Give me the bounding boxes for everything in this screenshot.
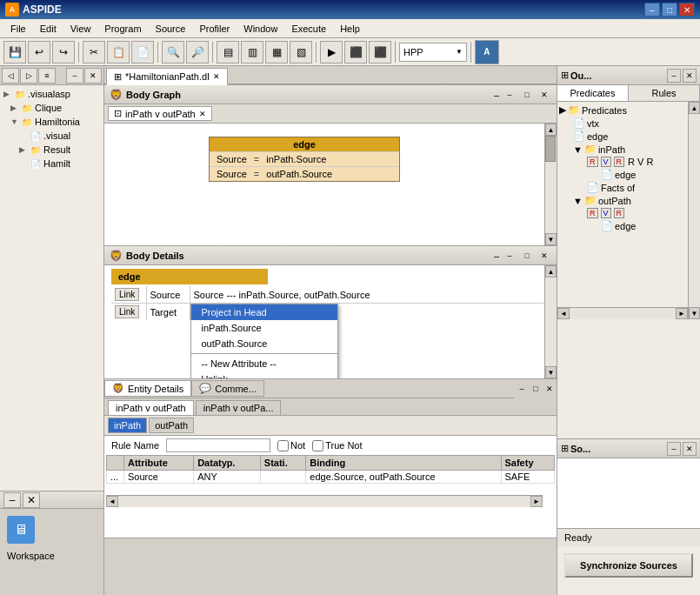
entity-inpath-outpath-tab2[interactable]: inPath v outPa... — [196, 400, 282, 415]
outline-minimize-btn[interactable]: – — [667, 69, 681, 83]
scroll-right-btn[interactable]: ► — [676, 308, 688, 319]
context-menu-item-new-attr[interactable]: -- New Attribute -- — [191, 356, 337, 371]
minimize-button[interactable]: – — [644, 3, 660, 17]
body-details-minimize-btn[interactable]: – — [503, 249, 517, 263]
scroll-down-btn[interactable]: ▼ — [545, 366, 557, 378]
toolbar-btn-6[interactable]: ⬛ — [369, 41, 391, 64]
rule-name-input[interactable] — [166, 438, 270, 452]
tree-item-hamilt[interactable]: 📄 Hamilt — [2, 157, 102, 170]
rp-tree-vtx[interactable]: 📄 vtx — [559, 117, 698, 130]
rp-tree-edge-inner[interactable]: 📄 edge — [559, 168, 698, 181]
zoom-in-button[interactable]: 🔎 — [186, 41, 209, 64]
rp-tree-outpath[interactable]: ▼ 📁 outPath — [559, 194, 698, 207]
source-close-btn[interactable]: ✕ — [683, 442, 697, 456]
menu-view[interactable]: View — [63, 19, 98, 37]
link-btn-target[interactable]: Link — [115, 305, 139, 318]
entity-details-close-btn[interactable]: ✕ — [543, 379, 557, 398]
aspide-logo-btn[interactable]: A — [475, 40, 499, 64]
predicates-tab[interactable]: Predicates — [557, 85, 629, 101]
menu-file[interactable]: File — [3, 19, 33, 37]
left-panel-btn-3[interactable]: ≡ — [38, 68, 56, 84]
true-not-checkbox[interactable] — [312, 440, 323, 451]
rp-tree-edge[interactable]: 📄 edge — [559, 130, 698, 143]
context-menu-item-outpath[interactable]: outPath.Source — [191, 336, 337, 351]
menu-window[interactable]: Window — [237, 19, 284, 37]
body-graph-resize-btn[interactable]: □ — [520, 88, 534, 102]
rp-tree-inpath[interactable]: ▼ 📁 inPath — [559, 143, 698, 156]
scroll-left-btn[interactable]: ◄ — [106, 496, 118, 507]
left-panel-minimize-btn[interactable]: – — [66, 68, 83, 84]
entity-scrollbar-h[interactable]: ◄ ► — [106, 495, 543, 507]
maximize-button[interactable]: □ — [662, 3, 677, 17]
run-button[interactable]: ▶ — [320, 41, 343, 64]
toolbar-btn-2[interactable]: ▥ — [241, 41, 263, 64]
scroll-right-btn[interactable]: ► — [530, 496, 543, 507]
outline-close-btn[interactable]: ✕ — [683, 69, 697, 83]
left-panel-btn-2[interactable]: ▷ — [20, 68, 37, 84]
search-button[interactable]: 🔍 — [162, 41, 184, 64]
scroll-down-btn[interactable]: ▼ — [689, 307, 700, 319]
scroll-up-btn[interactable]: ▲ — [545, 265, 557, 277]
comment-tab[interactable]: 💬 Comme... — [191, 380, 264, 397]
scroll-up-btn[interactable]: ▲ — [545, 124, 557, 136]
undo-button[interactable]: ↩ — [28, 41, 50, 64]
toolbar-btn-3[interactable]: ▦ — [265, 41, 288, 64]
not-checkbox[interactable] — [277, 440, 289, 451]
tree-item-clique[interactable]: ▶ 📁 Clique — [2, 101, 102, 115]
redo-button[interactable]: ↪ — [52, 41, 75, 64]
ws-btn-2[interactable]: ✕ — [23, 492, 40, 508]
entity-details-tab[interactable]: 🦁 Entity Details — [104, 380, 191, 397]
outline-scrollbar-h[interactable]: ◄ ► — [557, 307, 688, 319]
scroll-thumb[interactable] — [545, 136, 556, 162]
paste-button[interactable]: 📄 — [131, 41, 154, 64]
rules-tab[interactable]: Rules — [629, 85, 700, 101]
menu-program[interactable]: Program — [97, 19, 148, 37]
entity-details-resize-btn[interactable]: □ — [529, 379, 543, 398]
body-graph-minimize-btn[interactable]: – — [503, 88, 517, 102]
inner-tab-close[interactable]: ✕ — [199, 110, 206, 118]
rp-tree-rvr-2[interactable]: R V R — [559, 207, 698, 219]
entity-details-minimize-btn[interactable]: – — [515, 379, 529, 398]
context-menu-item-unlink[interactable]: Unlink -- — [191, 371, 337, 378]
scroll-left-btn[interactable]: ◄ — [557, 308, 570, 319]
copy-button[interactable]: 📋 — [107, 41, 130, 64]
tree-item-hamiltonia[interactable]: ▼ 📁 Hamiltonia — [2, 115, 102, 129]
editor-tab-hamiltonianpath[interactable]: ⊞ *HamiltonianPath.dl ✕ — [106, 68, 228, 85]
body-details-resize-btn[interactable]: □ — [520, 249, 534, 263]
cut-button[interactable]: ✂ — [83, 41, 105, 64]
rp-tree-predicates[interactable]: ▶ 📁 Predicates — [559, 104, 698, 117]
left-panel-close-btn[interactable]: ✕ — [84, 68, 102, 84]
toolbar-btn-1[interactable]: ▤ — [217, 41, 239, 64]
context-menu-item-inpath[interactable]: inPath.Source — [191, 320, 337, 336]
body-graph-close-btn[interactable]: ✕ — [537, 88, 551, 102]
body-graph-inner-tab[interactable]: ⊡ inPath v outPath ✕ — [108, 106, 212, 121]
body-graph-scrollbar-v[interactable]: ▲ ▼ — [544, 124, 557, 245]
ws-btn-1[interactable]: – — [3, 492, 21, 508]
context-menu-item-project[interactable]: Project in Head — [191, 304, 337, 320]
synchronize-sources-button[interactable]: Synchronize Sources — [564, 553, 693, 578]
scroll-up-btn[interactable]: ▲ — [689, 102, 700, 114]
entity-inpath-outpath-tab[interactable]: inPath v outPath — [108, 400, 194, 415]
menu-edit[interactable]: Edit — [33, 19, 63, 37]
toolbar-btn-5[interactable]: ⬛ — [344, 41, 367, 64]
menu-help[interactable]: Help — [333, 19, 367, 37]
profile-dropdown[interactable]: HPP ▼ — [399, 43, 467, 62]
tree-item-result[interactable]: ▶ 📁 Result — [2, 143, 102, 157]
save-button[interactable]: 💾 — [3, 41, 26, 64]
tree-item-visual[interactable]: 📄 .visual — [2, 129, 102, 143]
rp-tree-edge-inner2[interactable]: 📄 edge — [559, 219, 698, 232]
tab-close-btn[interactable]: ✕ — [213, 72, 220, 81]
left-panel-btn-1[interactable]: ◁ — [2, 68, 19, 84]
rp-tree-facts-1[interactable]: 📄 Facts of — [559, 181, 698, 194]
outline-scrollbar-v[interactable]: ▲ ▼ — [688, 102, 700, 319]
source-minimize-btn[interactable]: – — [667, 442, 681, 456]
menu-execute[interactable]: Execute — [284, 19, 333, 37]
toolbar-btn-4[interactable]: ▧ — [290, 41, 312, 64]
body-details-close-btn[interactable]: ✕ — [537, 249, 551, 263]
scroll-down-btn[interactable]: ▼ — [545, 233, 557, 245]
entity-inpath-sub-tab[interactable]: inPath — [108, 418, 147, 433]
entity-outpath-sub-tab[interactable]: outPath — [149, 418, 194, 433]
rp-tree-rvr-1[interactable]: R V R R V R — [559, 156, 698, 168]
menu-profiler[interactable]: Profiler — [192, 19, 237, 37]
menu-source[interactable]: Source — [149, 19, 193, 37]
